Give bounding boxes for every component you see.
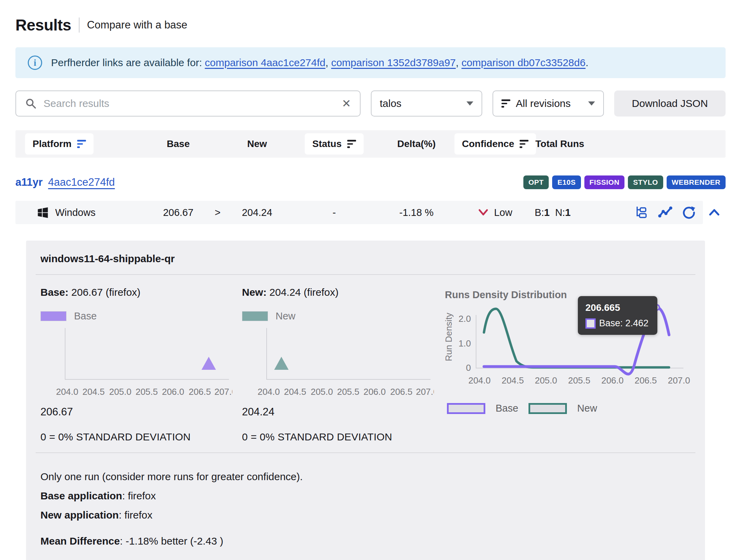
new-stat-value: 204.24: [242, 406, 444, 418]
svg-text:204.5: 204.5: [284, 387, 306, 397]
mean-difference-label: Mean Difference: [40, 535, 120, 547]
new-legend: New: [242, 311, 444, 322]
clear-search-icon[interactable]: ✕: [342, 98, 351, 109]
search-input[interactable]: [44, 98, 335, 109]
tooltip-label: Base: 2.462: [599, 318, 648, 329]
mean-difference-value: : -1.18% better (-2.43 ): [120, 535, 223, 547]
svg-text:206.0: 206.0: [601, 375, 623, 386]
new-position-chart: 204.0 204.5 205.0 205.5 206.0 206.5 207.…: [242, 325, 434, 398]
density-chart: Run Density 2.0 1.0 0 204.0 204.5 205.0 …: [444, 301, 695, 388]
download-json-button[interactable]: Download JSON: [614, 90, 726, 117]
banner-separator: ,: [325, 57, 331, 68]
svg-text:206.5: 206.5: [634, 375, 657, 386]
revision-row: a11yr 4aac1ce274fd OPT E10S FISSION STYL…: [15, 175, 726, 189]
banner-message: Perfherder links are available for:: [51, 57, 202, 68]
banner-separator: ,: [456, 57, 462, 68]
new-application-label: New application: [40, 509, 119, 521]
platform-filter-button[interactable]: Platform: [25, 133, 94, 155]
comparison-sign: >: [212, 207, 223, 218]
new-label: New:: [242, 287, 267, 298]
comparison-link-3[interactable]: comparison db07c33528d6: [461, 57, 585, 68]
tooltip-value: 206.665: [585, 302, 650, 313]
svg-text:207.0: 207.0: [668, 375, 690, 386]
svg-text:205.0: 205.0: [109, 387, 131, 397]
svg-text:204.0: 204.0: [468, 375, 490, 386]
new-metric-head: New: 204.24 (firefox): [242, 287, 444, 298]
density-legend-new-swatch[interactable]: [529, 403, 567, 414]
confidence-filter-button[interactable]: Confidence: [454, 133, 536, 155]
graph-icon[interactable]: [658, 206, 673, 219]
filter-icon: [520, 140, 529, 148]
badge-webrender: WEBRENDER: [667, 175, 726, 189]
runs-new-value: 1: [565, 207, 571, 218]
revisions-select[interactable]: All revisions: [493, 90, 604, 117]
controls-row: ✕ talos All revisions Download JSON: [15, 90, 726, 117]
new-legend-swatch: [242, 311, 268, 321]
revision-hash-link[interactable]: 4aac1ce274fd: [48, 176, 115, 188]
windows-icon: [37, 206, 49, 219]
mean-difference-line: Mean Difference: -1.18% better (-2.43 ): [40, 535, 691, 547]
suite-name-link[interactable]: a11yr: [15, 176, 42, 188]
filter-icon: [347, 140, 356, 148]
density-tooltip: 206.665 Base: 2.462: [578, 296, 657, 335]
new-legend-label: New: [276, 311, 295, 322]
test-name: windows11-64-shippable-qr: [36, 253, 695, 265]
new-application-value: : firefox: [119, 509, 152, 521]
perfherder-links-banner: i Perfherder links are available for: co…: [15, 47, 726, 78]
search-box[interactable]: ✕: [15, 90, 361, 117]
base-stat-value: 206.67: [40, 406, 242, 418]
comparison-link-1[interactable]: comparison 4aac1ce274fd: [205, 57, 326, 68]
platform-result-row: Windows 206.67 > 204.24 - -1.18 % Low B:…: [15, 201, 726, 224]
svg-text:207.0: 207.0: [416, 387, 434, 397]
collapse-row-button[interactable]: [703, 201, 726, 224]
chevron-down-icon: [588, 101, 595, 106]
platform-column-label: Platform: [33, 138, 72, 149]
svg-text:205.5: 205.5: [337, 387, 359, 397]
banner-terminator: .: [585, 57, 588, 68]
base-label: Base:: [40, 287, 69, 298]
base-column-label: Base: [144, 138, 212, 149]
base-application-label: Base application: [40, 490, 122, 501]
total-runs-cell: B:1 N:1: [535, 207, 603, 218]
base-metric-head: Base: 206.67 (firefox): [40, 287, 242, 298]
tooltip-swatch: [585, 318, 596, 329]
info-icon: i: [28, 56, 42, 70]
title-divider: [79, 17, 80, 33]
framework-selected-value: talos: [380, 98, 461, 109]
svg-text:205.5: 205.5: [568, 375, 590, 386]
badge-stylo: STYLO: [628, 175, 663, 189]
confidence-column-header: Confidence: [456, 133, 535, 155]
runs-new-label: N:: [555, 207, 565, 218]
status-filter-button[interactable]: Status: [305, 133, 364, 155]
badge-list: OPT E10S FISSION STYLO WEBRENDER: [523, 175, 726, 189]
badge-fission: FISSION: [584, 175, 625, 189]
svg-text:204.0: 204.0: [257, 387, 280, 397]
new-column-label: New: [223, 138, 291, 149]
svg-text:Run Density: Run Density: [444, 313, 454, 361]
base-application-line: Base application: firefox: [40, 490, 691, 502]
retrigger-icon[interactable]: [682, 205, 696, 220]
density-legend-base-swatch[interactable]: [447, 403, 485, 414]
density-legend-base-label: Base: [496, 403, 518, 414]
page-subtitle: Compare with a base: [87, 19, 187, 31]
new-metric-column: New: 204.24 (firefox) New 204.0 204.5 20…: [242, 287, 444, 443]
runs-base-value: 1: [544, 207, 549, 218]
base-value: 206.67: [144, 207, 212, 218]
new-triangle-marker: [274, 357, 289, 370]
trend-down-icon: [478, 209, 488, 216]
only-one-run-note: Only one run (consider more runs for gre…: [40, 471, 691, 483]
runs-base-label: B:: [535, 207, 544, 218]
filter-icon: [501, 99, 510, 108]
new-application-line: New application: firefox: [40, 509, 691, 521]
subtests-icon[interactable]: [634, 205, 649, 220]
new-metric-value: 204.24 (firefox): [269, 287, 339, 298]
comparison-link-2[interactable]: comparison 1352d3789a97: [331, 57, 456, 68]
base-legend: Base: [40, 311, 242, 322]
page-header: Results Compare with a base: [15, 16, 726, 34]
platform-cell: Windows: [15, 206, 144, 219]
perfherder-results-page: Results Compare with a base i Perfherder…: [0, 0, 741, 560]
svg-text:204.5: 204.5: [501, 375, 524, 386]
framework-select[interactable]: talos: [371, 90, 482, 117]
tooltip-series-row: Base: 2.462: [585, 318, 650, 329]
density-column: Runs Density Distribution Run Density 2.…: [444, 287, 695, 443]
